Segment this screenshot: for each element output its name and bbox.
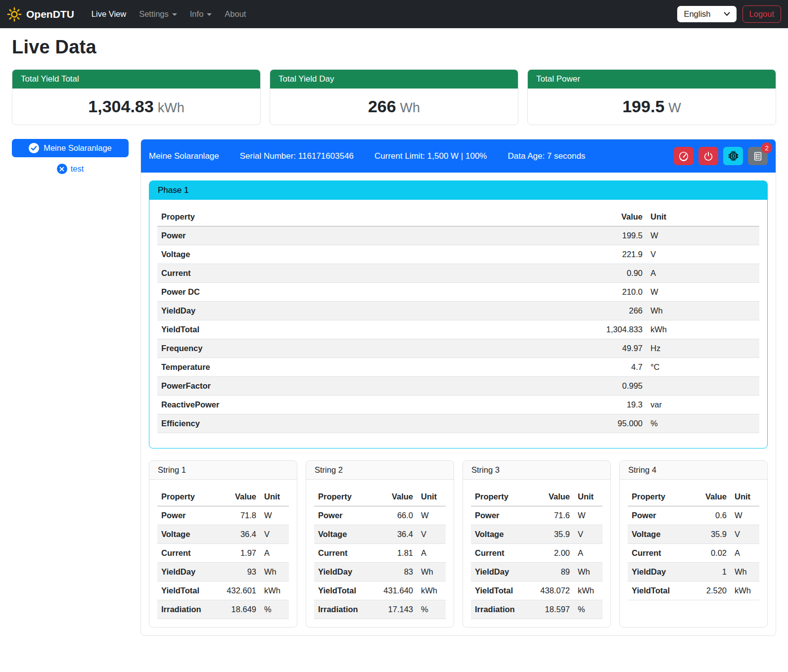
column-header: Property xyxy=(628,488,684,506)
column-header: Unit xyxy=(417,488,446,506)
nav-item-about[interactable]: About xyxy=(218,5,252,23)
table-header-row: Property Value Unit xyxy=(157,488,289,506)
brand-label: OpenDTU xyxy=(26,8,74,20)
property-cell: YieldTotal xyxy=(628,582,684,600)
unit-cell: V xyxy=(731,525,759,544)
property-cell: YieldDay xyxy=(314,563,370,582)
value-cell: 2.520 xyxy=(684,582,731,600)
brand[interactable]: OpenDTU xyxy=(7,7,74,22)
column-header: Property xyxy=(314,488,370,506)
unit-cell: A xyxy=(260,544,289,563)
column-header: Unit xyxy=(647,208,759,226)
card-unit: Wh xyxy=(400,100,420,115)
chevron-down-icon xyxy=(724,12,730,16)
card-value: 266 xyxy=(368,97,396,116)
string-title: String 2 xyxy=(306,461,454,480)
chevron-down-icon xyxy=(207,13,212,16)
language-select[interactable]: English xyxy=(677,6,736,22)
journal-icon xyxy=(752,151,763,162)
column-header: Unit xyxy=(574,488,603,506)
unit-cell: W xyxy=(647,283,759,302)
string-table: Property Value Unit Power0.6WVoltage35.9… xyxy=(628,488,759,600)
value-cell: 35.9 xyxy=(684,525,731,544)
nav-item-settings[interactable]: Settings xyxy=(133,5,184,23)
table-header-row: Property Value Unit xyxy=(628,488,759,506)
property-cell: Voltage xyxy=(471,525,527,544)
value-cell: 0.90 xyxy=(587,264,647,283)
value-cell: 66.0 xyxy=(370,506,417,525)
table-row: Voltage36.4V xyxy=(314,525,446,544)
event-log-button[interactable]: 2 xyxy=(748,147,768,165)
column-header: Value xyxy=(370,488,417,506)
table-row: Power DC210.0W xyxy=(157,283,759,302)
property-cell: YieldTotal xyxy=(314,582,370,600)
top-navbar: OpenDTU Live View Settings Info About En… xyxy=(0,0,788,28)
inverter-card: Meine Solaranlage Serial Number: 1161716… xyxy=(140,139,776,636)
table-row: Current1.81A xyxy=(314,544,446,563)
unit-cell xyxy=(647,377,759,396)
property-cell: Voltage xyxy=(157,525,213,544)
property-cell: YieldTotal xyxy=(157,582,213,600)
logout-button[interactable]: Logout xyxy=(742,5,781,23)
string-2-card: String 2 Property Value Unit xyxy=(306,460,454,627)
unit-cell: A xyxy=(417,544,446,563)
value-cell: 199.5 xyxy=(587,226,647,245)
card-unit: kWh xyxy=(158,100,185,115)
column-header: Value xyxy=(527,488,574,506)
table-row: YieldTotal432.601kWh xyxy=(157,582,289,600)
event-count-badge: 2 xyxy=(761,142,772,153)
property-cell: YieldTotal xyxy=(157,320,587,339)
unit-cell: A xyxy=(574,544,603,563)
table-row: YieldDay89Wh xyxy=(471,563,603,582)
value-cell: 36.4 xyxy=(213,525,260,544)
navbar-right: English Logout xyxy=(677,5,781,23)
unit-cell: Wh xyxy=(260,563,289,582)
sidebar-item-test[interactable]: test xyxy=(12,164,129,174)
sidebar-item-meine-solaranlage[interactable]: Meine Solaranlage xyxy=(12,139,129,157)
x-circle-icon xyxy=(57,164,67,174)
unit-cell: kWh xyxy=(647,320,759,339)
unit-cell: Wh xyxy=(417,563,446,582)
unit-cell: Wh xyxy=(647,302,759,320)
value-cell: 210.0 xyxy=(587,283,647,302)
unit-cell: kWh xyxy=(260,582,289,600)
value-cell: 2.00 xyxy=(527,544,574,563)
power-toggle-button[interactable] xyxy=(698,147,718,165)
table-row: YieldTotal2.520kWh xyxy=(628,582,759,600)
unit-cell: W xyxy=(260,506,289,525)
unit-cell: A xyxy=(647,264,759,283)
inverter-data-age: Data Age: 7 seconds xyxy=(508,151,585,161)
property-cell: YieldDay xyxy=(471,563,527,582)
device-info-button[interactable] xyxy=(723,147,743,165)
unit-cell: W xyxy=(731,506,759,525)
limit-settings-button[interactable] xyxy=(674,147,694,165)
property-cell: Power xyxy=(157,506,213,525)
nav-item-info[interactable]: Info xyxy=(184,5,219,23)
table-row: YieldDay266Wh xyxy=(157,302,759,320)
table-row: Current1.97A xyxy=(157,544,289,563)
table-row: Temperature4.7°C xyxy=(157,358,759,377)
property-cell: Irradiation xyxy=(471,600,527,619)
property-cell: Voltage xyxy=(157,245,587,264)
phase-panel: Phase 1 Property Value Unit Power199.5WV… xyxy=(149,180,768,448)
table-row: Power71.8W xyxy=(157,506,289,525)
card-title: Total Power xyxy=(528,70,776,89)
nav-item-live-view[interactable]: Live View xyxy=(85,5,133,23)
table-row: YieldTotal1,304.833kWh xyxy=(157,320,759,339)
value-cell: 19.3 xyxy=(587,396,647,414)
value-cell: 93 xyxy=(213,563,260,582)
table-row: YieldDay93Wh xyxy=(157,563,289,582)
card-unit: W xyxy=(668,100,681,115)
property-cell: Power xyxy=(314,506,370,525)
table-row: ReactivePower19.3var xyxy=(157,396,759,414)
property-cell: Power xyxy=(471,506,527,525)
value-cell: 1.81 xyxy=(370,544,417,563)
unit-cell: kWh xyxy=(417,582,446,600)
string-4-card: String 4 Property Value Unit xyxy=(619,460,768,627)
property-cell: Irradiation xyxy=(157,600,213,619)
property-cell: Voltage xyxy=(314,525,370,544)
cpu-icon xyxy=(728,150,739,162)
unit-cell: % xyxy=(260,600,289,619)
table-row: Irradiation18.597% xyxy=(471,600,603,619)
value-cell: 432.601 xyxy=(213,582,260,600)
